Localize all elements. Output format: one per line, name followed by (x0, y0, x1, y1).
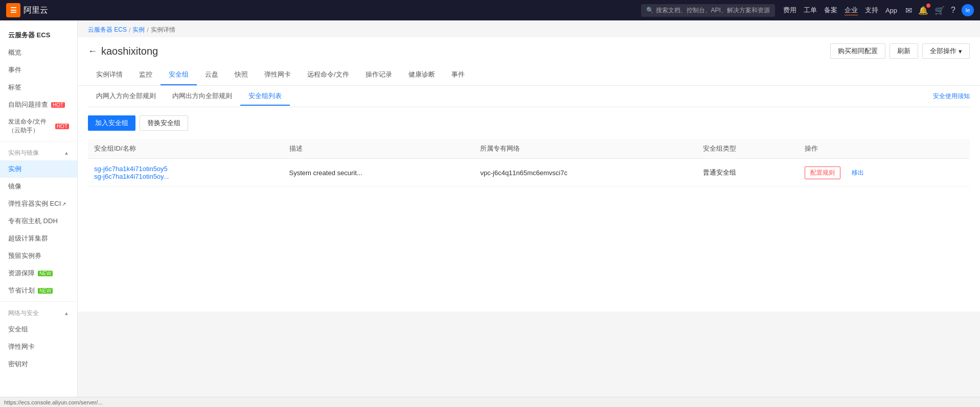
section-network-security[interactable]: 网络与安全 ▲ (0, 304, 77, 321)
nav-right: 🔍 搜索文档、控制台、API、解决方案和资源 费用 工单 备案 企业 支持 Ap… (641, 4, 974, 17)
notification-icon[interactable]: 🔔 (918, 6, 928, 15)
cell-type: 普通安全组 (697, 159, 799, 187)
breadcrumb-ecs[interactable]: 云服务器 ECS (88, 26, 127, 34)
subtab-secgroup-list[interactable]: 安全组列表 (240, 87, 290, 106)
col-desc: 描述 (283, 139, 474, 159)
help-icon[interactable]: ? (951, 6, 955, 15)
sub-tabs-with-notice: 内网入方向全部规则 内网出方向全部规则 安全组列表 安全使用须知 (88, 86, 970, 107)
breadcrumb-detail: 实例详情 (151, 26, 175, 34)
sidebar-item-keypair[interactable]: 密钥对 (0, 355, 77, 373)
page-title-row: ← kaoshixitong 购买相同配置 刷新 全部操作 ▾ (88, 43, 970, 59)
cell-id-name: sg-j6c7ha1k4i71otin5oy5 sg-j6c7ha1k4i71o… (88, 159, 283, 187)
tab-enic[interactable]: 弹性网卡 (256, 65, 299, 85)
external-link-icon: ↗ (62, 201, 66, 207)
collapse-icon-2: ▲ (64, 310, 69, 316)
tab-disk[interactable]: 云盘 (197, 65, 226, 85)
tab-security-group[interactable]: 安全组 (161, 65, 197, 85)
sidebar-item-ddh[interactable]: 专有宿主机 DDH (0, 212, 77, 230)
remove-button[interactable]: 移出 (847, 167, 869, 179)
tab-health-diag[interactable]: 健康诊断 (400, 65, 443, 85)
sidebar-item-savings[interactable]: 节省计划 NEW (0, 282, 77, 299)
collapse-icon: ▲ (64, 150, 69, 156)
sidebar-item-troubleshoot[interactable]: 自助问题排查 HOT (0, 96, 77, 113)
buy-same-config-button[interactable]: 购买相同配置 (830, 43, 885, 59)
dropdown-icon: ▾ (959, 47, 962, 55)
nav-link-ticket[interactable]: 工单 (804, 6, 817, 15)
cell-vpc: vpc-j6c4q11n65mc6emvsci7c (474, 159, 696, 187)
table-body: sg-j6c7ha1k4i71otin5oy5 sg-j6c7ha1k4i71o… (88, 159, 970, 187)
sidebar-item-image[interactable]: 镜像 (0, 178, 77, 195)
tab-events[interactable]: 事件 (443, 65, 473, 85)
sidebar: 云服务器 ECS 概览 事件 标签 自助问题排查 HOT 发送命令/文件（云助手… (0, 20, 78, 407)
refresh-button[interactable]: 刷新 (890, 43, 918, 59)
content-area: 加入安全组 替换安全组 安全组ID/名称 描述 所属专有网络 安全组类型 操作 (78, 107, 980, 312)
hamburger-menu-icon[interactable]: ☰ (6, 3, 20, 17)
hot-badge-2: HOT (55, 124, 69, 129)
nav-link-app[interactable]: App (885, 7, 897, 14)
all-actions-button[interactable]: 全部操作 ▾ (922, 43, 970, 59)
sub-tabs: 内网入方向全部规则 内网出方向全部规则 安全组列表 (88, 87, 290, 106)
sidebar-item-instance[interactable]: 实例 (0, 160, 77, 178)
message-icon[interactable]: ✉ (905, 6, 912, 15)
section-title-2: 网络与安全 (8, 309, 39, 318)
subtab-inbound[interactable]: 内网入方向全部规则 (88, 87, 164, 106)
sidebar-item-tags[interactable]: 标签 (0, 79, 77, 96)
sidebar-item-hpc[interactable]: 超级计算集群 (0, 230, 77, 247)
brand-name: 阿里云 (24, 5, 48, 16)
col-type: 安全组类型 (697, 139, 799, 159)
replace-security-group-button[interactable]: 替换安全组 (140, 115, 188, 131)
sidebar-item-reserved[interactable]: 预留实例券 (0, 247, 77, 265)
breadcrumb: 云服务器 ECS / 实例 / 实例详情 (78, 20, 980, 37)
tab-monitor[interactable]: 监控 (131, 65, 161, 85)
tab-operation-log[interactable]: 操作记录 (357, 65, 400, 85)
table-header: 安全组ID/名称 描述 所属专有网络 安全组类型 操作 (88, 139, 970, 159)
global-search[interactable]: 🔍 搜索文档、控制台、API、解决方案和资源 (641, 4, 775, 17)
table-row: sg-j6c7ha1k4i71otin5oy5 sg-j6c7ha1k4i71o… (88, 159, 970, 187)
secgroup-name-link[interactable]: sg-j6c7ha1k4i71otin5oy... (94, 173, 277, 180)
tab-remote-cmd[interactable]: 远程命令/文件 (299, 65, 357, 85)
col-vpc: 所属专有网络 (474, 139, 696, 159)
sidebar-item-nic[interactable]: 弹性网卡 (0, 338, 77, 355)
sidebar-item-assistant[interactable]: 发送命令/文件（云助手） HOT (0, 113, 77, 139)
col-id-name: 安全组ID/名称 (88, 139, 283, 159)
breadcrumb-instance[interactable]: 实例 (132, 26, 145, 34)
nav-link-fees[interactable]: 费用 (783, 6, 796, 15)
secgroup-id-link[interactable]: sg-j6c7ha1k4i71otin5oy5 (94, 165, 277, 173)
user-avatar[interactable]: Ie (962, 4, 974, 16)
add-security-group-button[interactable]: 加入安全组 (88, 115, 135, 131)
sidebar-item-events[interactable]: 事件 (0, 61, 77, 79)
new-badge: NEW (38, 271, 53, 276)
new-badge-2: NEW (38, 288, 53, 294)
nav-link-icp[interactable]: 备案 (824, 6, 837, 15)
sidebar-item-secgroup[interactable]: 安全组 (0, 321, 77, 338)
action-bar: 加入安全组 替换安全组 (88, 115, 970, 131)
url-text: https://ecs.console.aliyun.com/server/..… (4, 399, 103, 405)
assistant-label: 发送命令/文件（云助手） (8, 117, 52, 135)
logo[interactable]: ☰ 阿里云 (6, 3, 48, 17)
nav-left: ☰ 阿里云 (6, 3, 48, 17)
instance-name: kaoshixitong (101, 45, 158, 57)
section-instance-image[interactable]: 实例与镜像 ▲ (0, 143, 77, 160)
top-nav: ☰ 阿里云 🔍 搜索文档、控制台、API、解决方案和资源 费用 工单 备案 企业… (0, 0, 980, 20)
cell-desc: System created securit... (283, 159, 474, 187)
sub-tabs-wrapper: 内网入方向全部规则 内网出方向全部规则 安全组列表 安全使用须知 (78, 86, 980, 107)
main-tabs: 实例详情 监控 安全组 云盘 快照 弹性网卡 远程命令/文件 操作记录 健康诊断… (88, 65, 970, 85)
tab-instance-detail[interactable]: 实例详情 (88, 65, 131, 85)
sidebar-item-eci[interactable]: 弹性容器实例 ECI ↗ (0, 195, 77, 212)
config-rules-button[interactable]: 配置规则 (805, 166, 840, 179)
nav-icons: ✉ 🔔 🛒 ? Ie (905, 4, 974, 16)
main-layout: 云服务器 ECS 概览 事件 标签 自助问题排查 HOT 发送命令/文件（云助手… (0, 20, 980, 407)
cell-actions: 配置规则 移出 (799, 159, 970, 187)
nav-link-enterprise[interactable]: 企业 (845, 6, 858, 15)
sidebar-item-overview[interactable]: 概览 (0, 44, 77, 61)
nav-link-support[interactable]: 支持 (865, 6, 878, 15)
cart-icon[interactable]: 🛒 (935, 6, 945, 15)
back-button[interactable]: ← (88, 46, 97, 57)
tab-snapshot[interactable]: 快照 (226, 65, 256, 85)
sidebar-title: 云服务器 ECS (0, 25, 77, 44)
subtab-outbound[interactable]: 内网出方向全部规则 (164, 87, 240, 106)
sidebar-item-resource[interactable]: 资源保障 NEW (0, 265, 77, 282)
nav-links: 费用 工单 备案 企业 支持 App (783, 6, 897, 15)
col-actions: 操作 (799, 139, 970, 159)
security-notice-link[interactable]: 安全使用须知 (933, 86, 970, 107)
